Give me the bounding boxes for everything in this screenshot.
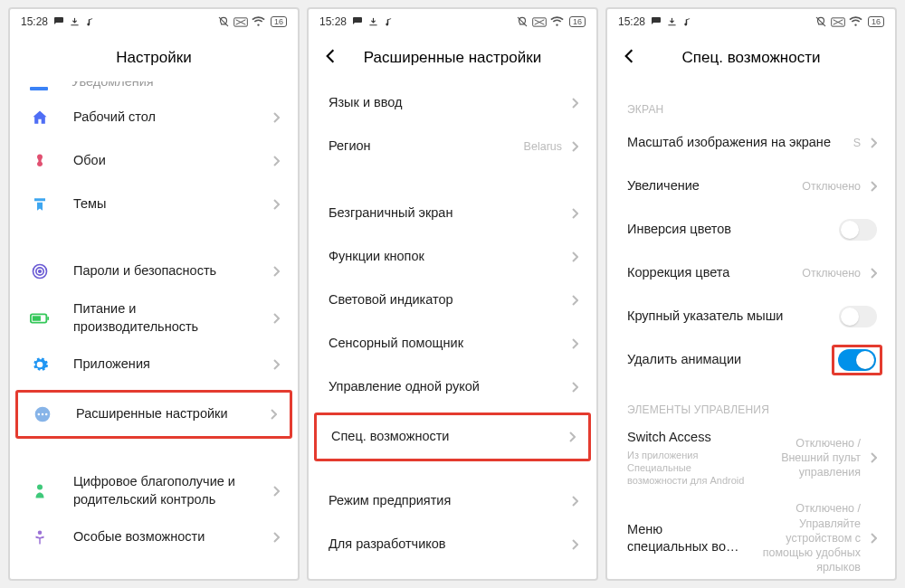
list-label: Для разработчиков [329, 536, 562, 554]
list-item-touch-assistant[interactable]: Сенсорный помощник [309, 322, 596, 365]
chevron-right-icon [571, 337, 578, 350]
scroll-content[interactable]: Язык и ввод Регион Belarus Безграничный … [309, 81, 596, 579]
list-label: Функции кнопок [329, 248, 562, 266]
list-label: Режим предприятия [329, 492, 562, 510]
download-icon [368, 17, 378, 27]
list-item-digital-wellbeing[interactable]: Цифровое благополучие и родительский кон… [10, 466, 298, 516]
toggle-remove-animations[interactable] [838, 349, 876, 371]
list-item-large-pointer[interactable]: Крупный указатель мыши [607, 295, 895, 338]
chevron-right-icon [272, 265, 280, 278]
download-icon [70, 17, 80, 27]
chevron-right-icon [272, 485, 280, 498]
list-item-apps[interactable]: Приложения [10, 343, 298, 386]
list-item-color-inversion[interactable]: Инверсия цветов [607, 208, 895, 251]
list-label: Сенсорный помощник [329, 335, 562, 353]
chevron-right-icon [272, 358, 280, 371]
status-bar: 15:28 16 [607, 9, 895, 34]
note-icon [682, 16, 691, 27]
list-item-display-size[interactable]: Масштаб изображения на экране S [607, 121, 895, 165]
list-item-button-functions[interactable]: Функции кнопок [309, 235, 596, 279]
list-item-developer[interactable]: Для разработчиков [309, 523, 596, 566]
chevron-right-icon [870, 137, 877, 149]
list-value: Отключено / Внешний пульт управления [752, 436, 861, 480]
back-button[interactable] [321, 47, 343, 69]
chevron-right-icon [571, 294, 578, 307]
toggle-large-pointer[interactable] [839, 306, 877, 327]
list-item-fullscreen[interactable]: Безграничный экран [309, 192, 596, 235]
list-label: Темы [73, 195, 263, 213]
scroll-content[interactable]: Уведомления Рабочий стол Обои Темы [10, 81, 298, 579]
list-item-remove-animations[interactable]: Удалить анимации [607, 338, 895, 382]
wifi-icon [849, 16, 862, 27]
no-sim-icon [233, 17, 248, 27]
chevron-right-icon [870, 451, 877, 464]
list-value: Отключено / Управляйте устройством с пом… [752, 501, 861, 574]
back-button[interactable] [620, 47, 642, 69]
svg-rect-5 [47, 317, 49, 320]
chevron-right-icon [272, 155, 280, 167]
accessibility-icon [30, 527, 50, 547]
battery-level: 16 [569, 16, 586, 27]
chevron-right-icon [571, 538, 578, 551]
highlight-accessibility: Спец. возможности [314, 413, 591, 461]
chevron-right-icon [270, 408, 277, 421]
list-item-enterprise[interactable]: Режим предприятия [309, 479, 596, 523]
section-controls: ЭЛЕМЕНТЫ УПРАВЛЕНИЯ [607, 382, 895, 422]
toggle-color-inversion[interactable] [839, 219, 877, 241]
list-item-magnification[interactable]: Увеличение Отключено [607, 165, 895, 208]
svg-point-3 [39, 270, 42, 273]
list-item-security[interactable]: Пароли и безопасность [10, 250, 298, 293]
list-label: Регион [329, 138, 517, 156]
list-label: Язык и ввод [329, 94, 562, 112]
section-screen: ЭКРАН [607, 81, 895, 121]
list-item-themes[interactable]: Темы [10, 183, 298, 226]
list-item-home-screen[interactable]: Рабочий стол [10, 96, 298, 139]
list-label: Питание и производительность [73, 300, 263, 336]
highlight-advanced-settings: Расширенные настройки [15, 390, 292, 439]
list-label: Расширенные настройки [76, 405, 261, 423]
list-item-switch-access[interactable]: Switch Access Из приложения Специальные … [607, 422, 895, 494]
themes-icon [30, 194, 50, 214]
chevron-right-icon [272, 312, 280, 325]
list-sublabel: Из приложения Специальные возможности дл… [627, 449, 745, 488]
vibrate-icon [814, 15, 827, 28]
list-item-special-features[interactable]: Спец. возможности [317, 415, 588, 459]
list-label: Безграничный экран [329, 204, 562, 223]
list-label: Масштаб изображения на экране [627, 134, 846, 152]
list-label: Управление одной рукой [329, 378, 562, 396]
wellbeing-icon [30, 481, 50, 501]
list-item-advanced-settings[interactable]: Расширенные настройки [18, 393, 290, 436]
list-value: Отключено [802, 179, 861, 194]
chevron-right-icon [571, 97, 578, 109]
list-item-one-handed[interactable]: Управление одной рукой [309, 365, 596, 409]
chevron-right-icon [870, 267, 877, 280]
list-item-accessibility[interactable]: Особые возможности [10, 516, 298, 559]
chevron-right-icon [571, 207, 578, 220]
phone-advanced: 15:28 16 Расширенные настройки Язык и вв… [307, 7, 598, 581]
header: Спец. возможности [607, 34, 895, 81]
svg-rect-6 [33, 316, 41, 321]
list-item-region[interactable]: Регион Belarus [309, 125, 596, 168]
chat-icon [651, 16, 662, 27]
note-icon [85, 16, 94, 27]
vibrate-icon [516, 15, 529, 28]
list-item-notifications-partial[interactable]: Уведомления [10, 81, 298, 96]
wifi-icon [550, 16, 564, 27]
list-label: Приложения [73, 356, 263, 374]
chevron-right-icon [571, 251, 578, 263]
list-item-battery[interactable]: Питание и производительность [10, 293, 298, 343]
status-bar: 15:28 16 [309, 9, 596, 34]
list-item-led-indicator[interactable]: Световой индикатор [309, 279, 596, 322]
list-item-accessibility-menu[interactable]: Меню специальных во… Отключено / Управля… [607, 494, 895, 574]
list-item-language[interactable]: Язык и ввод [309, 81, 596, 125]
list-item-wallpaper[interactable]: Обои [10, 139, 298, 183]
scroll-content[interactable]: ЭКРАН Масштаб изображения на экране S Ув… [607, 81, 895, 579]
list-item-color-correction[interactable]: Коррекция цвета Отключено [607, 251, 895, 295]
chevron-right-icon [568, 431, 576, 443]
battery-level: 16 [271, 16, 287, 27]
list-label: Цифровое благополучие и родительский кон… [73, 473, 263, 508]
home-icon [30, 108, 50, 128]
list-value: Belarus [524, 139, 562, 154]
list-label: Коррекция цвета [627, 264, 795, 282]
list-label: Инверсия цветов [627, 221, 839, 239]
